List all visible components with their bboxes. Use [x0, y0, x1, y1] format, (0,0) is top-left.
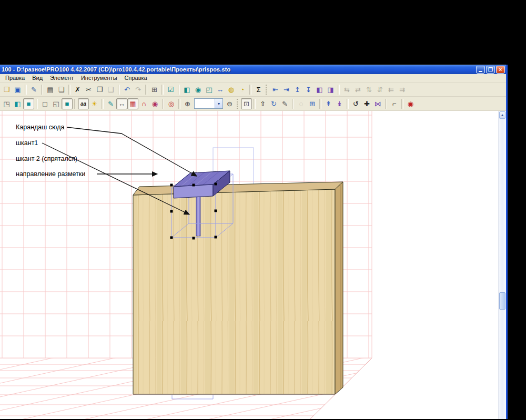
marking-block-front — [174, 185, 213, 198]
toolbar-view: ◳◧■◻◱■aa☀✎↔▦∩◉◎⊕▾⊖⊡⇧↻✎◌⊞↟↡↺✚⋈⌐◉ — [0, 97, 506, 111]
toolbar-separator — [347, 99, 349, 109]
pencil-layer-button-icon[interactable]: ✎ — [105, 98, 116, 109]
projection-axono-button-icon[interactable]: ◱ — [50, 98, 62, 109]
menu-item-element[interactable]: Элемент — [46, 74, 77, 82]
close-button[interactable]: × — [496, 66, 505, 74]
toolbar-separator — [254, 99, 256, 109]
toolbar-separator — [74, 99, 76, 109]
wood-panel-edge — [335, 182, 343, 394]
toolbar-separator — [118, 85, 120, 95]
align-left-button-icon[interactable]: ⇤ — [270, 84, 281, 95]
show-text-button-icon[interactable]: aa — [78, 98, 89, 109]
select-tool-button-icon[interactable]: ⇧ — [257, 98, 268, 109]
design-canvas[interactable]: Карандаш сюда шкант1 шкант 2 (спрятался)… — [0, 111, 506, 419]
move-button-icon[interactable]: ✚ — [361, 98, 372, 109]
print-button-icon[interactable]: ▤ — [45, 84, 56, 95]
hint-window-button-icon[interactable]: ◍ — [226, 84, 237, 95]
properties-button-icon[interactable]: ⊞ — [149, 84, 160, 95]
scroll-thumb[interactable] — [499, 292, 505, 310]
frame-select-button-icon: ◌ — [296, 98, 307, 109]
restore-button[interactable]: ❐ — [486, 66, 495, 74]
handles-select-button-icon[interactable]: ⊞ — [307, 98, 318, 109]
toolbar-separator — [178, 99, 180, 109]
scene-3d-view: Карандаш сюда шкант1 шкант 2 (спрятался)… — [0, 111, 499, 419]
draw-tool-button-icon[interactable]: ✎ — [279, 98, 290, 109]
toolbar-separator — [41, 85, 43, 95]
corner-button-icon[interactable]: ⌐ — [389, 98, 400, 109]
mirror-button-icon[interactable]: ⋈ — [372, 98, 383, 109]
align-right-button-icon[interactable]: ⇥ — [281, 84, 292, 95]
ungroup-button-icon[interactable]: ◨ — [325, 84, 336, 95]
distribute-v-button-icon: ⇄ — [352, 84, 363, 95]
print-preview-button-icon[interactable]: ❏ — [56, 84, 67, 95]
report-window-button-icon[interactable]: ◧ — [181, 84, 193, 95]
annotation-pencil-here: Карандаш сюда — [16, 124, 64, 131]
zoom-combo-input[interactable] — [195, 99, 215, 108]
toolbar-separator — [102, 99, 104, 109]
toolbar-separator — [161, 85, 164, 95]
view-sketch-button-icon[interactable]: ◧ — [12, 98, 23, 109]
join-button-icon: ⇇ — [386, 84, 397, 95]
menu-item-view[interactable]: Вид — [28, 74, 46, 82]
align-top-button-icon[interactable]: ↥ — [292, 84, 303, 95]
scroll-up-button[interactable]: ▲ — [499, 111, 505, 119]
annotation-dowel2-hidden: шкант 2 (спрятался) — [16, 155, 77, 162]
screen: 100 - D:\разное\PRO100 4.42.2007 (CD)\pr… — [0, 0, 526, 420]
zoom-out-button-icon[interactable]: ⊖ — [224, 98, 235, 109]
wood-panel-front — [133, 189, 335, 394]
dimensions-button-icon[interactable]: ↔ — [116, 98, 127, 109]
grid-button-icon[interactable]: ▦ — [127, 98, 138, 109]
sum-button-icon[interactable]: Σ — [253, 84, 264, 95]
wood-panel[interactable] — [133, 182, 343, 394]
toolbar-separator — [68, 85, 70, 95]
save-button-icon[interactable]: ▣ — [12, 84, 23, 95]
menu-item-help[interactable]: Справка — [121, 74, 151, 82]
preview-window-button-icon[interactable]: ◉ — [193, 84, 204, 95]
edit-report-button-icon[interactable]: ✎ — [28, 84, 39, 95]
open-button-icon[interactable]: ❒ — [1, 84, 12, 95]
dowel-1[interactable] — [196, 195, 200, 236]
center-origin-button-icon[interactable]: ◉ — [405, 98, 416, 109]
delete-button-icon[interactable]: ✗ — [72, 84, 83, 95]
snap-target-button-icon[interactable]: ◎ — [166, 98, 177, 109]
lower-element-button-icon[interactable]: ↡ — [334, 98, 345, 109]
toolbar-separator — [319, 99, 321, 109]
annotation-marking-direction: направление разметки — [16, 170, 85, 178]
light-button-icon[interactable]: ☀ — [89, 98, 100, 109]
rotate-button-icon[interactable]: ↺ — [350, 98, 361, 109]
toolbar-separator — [237, 99, 239, 109]
magnet-button-icon[interactable]: ∩ — [138, 98, 149, 109]
menu-item-edit[interactable]: Правка — [2, 74, 28, 82]
distribute-h-button-icon: ⇆ — [341, 84, 352, 95]
autosave-clock-button-icon[interactable]: ◔ — [237, 84, 248, 95]
copy-button-icon[interactable]: ❐ — [94, 84, 105, 95]
group-button-icon[interactable]: ◧ — [314, 84, 325, 95]
toolbar-separator — [266, 85, 268, 95]
title-bar[interactable]: 100 - D:\разное\PRO100 4.42.2007 (CD)\pr… — [0, 65, 506, 74]
price-list-button-icon[interactable]: ☑ — [165, 84, 176, 95]
projection-front-button-icon[interactable]: ◻ — [39, 98, 50, 109]
menu-bar: ПравкаВидЭлементИнструментыСправка — [0, 74, 506, 83]
zoom-level-combo: ▾ — [194, 98, 223, 109]
align-bottom-button-icon[interactable]: ↧ — [303, 84, 314, 95]
chevron-down-icon[interactable]: ▾ — [215, 99, 222, 108]
raise-element-button-icon[interactable]: ↟ — [323, 98, 334, 109]
projection-3d-button-icon[interactable]: ■ — [62, 98, 73, 109]
toolbar-separator — [292, 99, 294, 109]
menu-item-tools[interactable]: Инструменты — [77, 74, 121, 82]
structure-window-button-icon[interactable]: ◰ — [204, 84, 215, 95]
cut-button-icon[interactable]: ✂ — [83, 84, 94, 95]
view-wireframe-button-icon[interactable]: ◳ — [1, 98, 12, 109]
paste-button-icon: ❑ — [105, 84, 116, 95]
zoom-in-button-icon[interactable]: ⊕ — [182, 98, 193, 109]
snap-center-button-icon[interactable]: ◉ — [149, 98, 160, 109]
orbit-tool-button-icon[interactable]: ↻ — [268, 98, 279, 109]
minimize-button[interactable] — [476, 66, 485, 74]
window-controls: ❐ × — [476, 66, 505, 74]
undo-button-icon[interactable]: ↶ — [122, 84, 133, 95]
vertical-scrollbar[interactable]: ▲ — [498, 111, 506, 419]
zoom-selection-button-icon[interactable]: ⊡ — [241, 98, 252, 109]
fit-width-button-icon[interactable]: ↔ — [215, 84, 226, 95]
view-solid-button-icon[interactable]: ■ — [23, 98, 34, 109]
window-title: 100 - D:\разное\PRO100 4.42.2007 (CD)\pr… — [2, 66, 474, 73]
